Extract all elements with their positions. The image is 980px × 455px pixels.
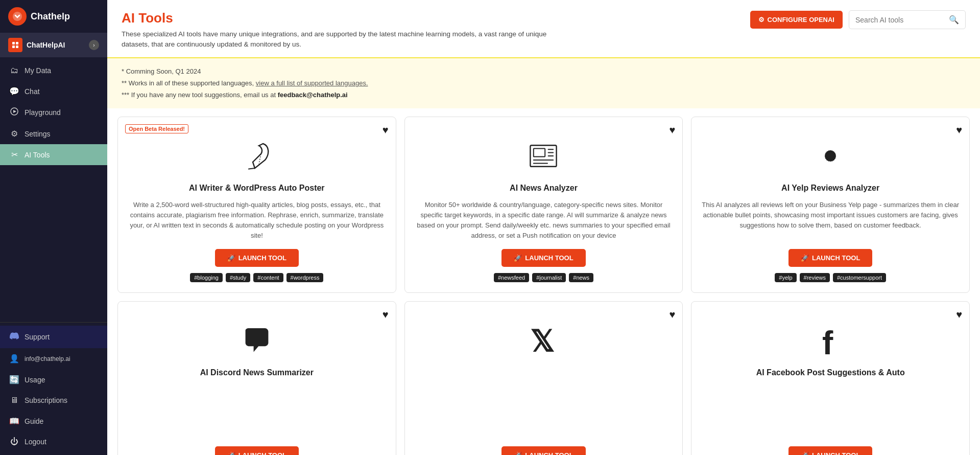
- info-banner: * Comming Soon, Q1 2024 ** Works in all …: [107, 57, 980, 108]
- facebook-icon: f: [814, 324, 847, 362]
- svg-rect-7: [534, 148, 545, 156]
- launch-tool-button-facebook[interactable]: 🚀 LAUNCH TOOL: [788, 446, 872, 455]
- tag: #wordpress: [286, 273, 324, 282]
- logo-text: Chathelp: [31, 11, 70, 22]
- search-input[interactable]: [855, 16, 945, 24]
- cards-area: Open Beta Released! ♥ AI Writer & WordPr…: [107, 108, 980, 455]
- sidebar-email-label: info@chathelp.ai: [25, 355, 70, 362]
- guide-icon: 📖: [9, 416, 19, 426]
- card-tags: #blogging #study #content #wordpress: [190, 273, 323, 282]
- tag: #yelp: [775, 273, 796, 282]
- favorite-heart-icon[interactable]: ♥: [956, 124, 962, 136]
- card-ai-discord: ♥ AI Discord News Summarizer 🚀 LAUNCH TO…: [117, 301, 396, 455]
- sidebar-item-logout[interactable]: ⏻ Logout: [0, 431, 107, 452]
- launch-tool-button-discord[interactable]: 🚀 LAUNCH TOOL: [215, 446, 299, 455]
- launch-icon: 🚀: [514, 254, 522, 262]
- support-label: Support: [25, 333, 50, 341]
- chat-nav-icon: 💬: [9, 86, 19, 96]
- favorite-heart-icon[interactable]: ♥: [383, 124, 389, 136]
- favorite-heart-icon[interactable]: ♥: [956, 309, 962, 321]
- sidebar-item-support[interactable]: Support: [0, 326, 107, 348]
- card-ai-writer: Open Beta Released! ♥ AI Writer & WordPr…: [117, 117, 396, 293]
- sidebar-item-label: Chat: [25, 87, 40, 96]
- card-desc: This AI analyzes all reviews left on you…: [702, 200, 959, 241]
- tag: #reviews: [800, 273, 830, 282]
- favorite-heart-icon[interactable]: ♥: [383, 309, 389, 321]
- yelp-icon: [814, 140, 847, 177]
- sidebar-item-email[interactable]: 👤 info@chathelp.ai: [0, 348, 107, 369]
- svg-marker-5: [13, 110, 16, 113]
- sidebar-item-usage[interactable]: 🔄 Usage: [0, 369, 107, 390]
- card-ai-facebook: ♥ f AI Facebook Post Suggestions & Auto …: [691, 301, 970, 455]
- tag: #content: [253, 273, 283, 282]
- banner-line2: ** Works in all of these supported langu…: [122, 77, 966, 89]
- sidebar-item-label: Playground: [25, 108, 61, 117]
- sidebar-item-settings[interactable]: ⚙ Settings: [0, 123, 107, 144]
- ai-tools-icon: ✂: [9, 150, 19, 160]
- card-ai-yelp: ♥: [691, 117, 970, 293]
- svg-point-22: [827, 152, 834, 159]
- launch-icon: 🚀: [514, 451, 522, 455]
- card-desc: Monitor 50+ worldwide & country/language…: [415, 200, 673, 241]
- page-title: AI Tools: [122, 10, 566, 26]
- svg-text:f: f: [822, 325, 833, 357]
- tag: #journalist: [532, 273, 566, 282]
- card-tags: #newsfeed #journalist #news: [494, 273, 593, 282]
- svg-rect-2: [12, 46, 15, 48]
- card-ai-news: ♥ AI News Analyzer Monitor 50+ worldwide…: [404, 117, 683, 293]
- launch-tool-button-writer[interactable]: 🚀 LAUNCH TOOL: [215, 249, 299, 267]
- favorite-heart-icon[interactable]: ♥: [669, 309, 675, 321]
- sidebar-nav: 🗂 My Data 💬 Chat Playground ⚙ Settings ✂…: [0, 57, 107, 322]
- launch-tool-button-twitter[interactable]: 🚀 LAUNCH TOOL: [501, 446, 585, 455]
- sidebar-logout-label: Logout: [25, 438, 46, 446]
- search-icon: 🔍: [949, 15, 959, 25]
- card-title: AI News Analyzer: [510, 184, 578, 193]
- chathelp-ai-icon: [8, 38, 22, 52]
- feather-icon: [241, 140, 273, 177]
- logout-icon: ⏻: [9, 437, 19, 446]
- card-title: AI Discord News Summarizer: [200, 368, 314, 377]
- my-data-icon: 🗂: [9, 66, 19, 75]
- support-icon: [9, 331, 19, 343]
- chathelp-ai-arrow: ›: [89, 40, 99, 50]
- sidebar-usage-label: Usage: [25, 376, 45, 384]
- banner-line3: *** If you have any new tool suggestions…: [122, 89, 966, 101]
- tag: #news: [569, 273, 593, 282]
- launch-icon: 🚀: [227, 451, 235, 455]
- header-top-row: AI Tools These specialized AI tools have…: [122, 10, 966, 50]
- card-title: AI Yelp Reviews Analyzer: [781, 184, 879, 193]
- sidebar-item-guide[interactable]: 📖 Guide: [0, 411, 107, 431]
- tag: #study: [226, 273, 250, 282]
- supported-languages-link[interactable]: view a full list of supported languages.: [256, 79, 368, 87]
- sidebar-item-label: AI Tools: [25, 151, 50, 159]
- header-actions: ⚙ CONFIGURE OPENAI 🔍: [750, 10, 966, 29]
- favorite-heart-icon[interactable]: ♥: [669, 124, 675, 136]
- email-icon: 👤: [9, 354, 19, 363]
- search-ai-tools-box[interactable]: 🔍: [849, 10, 966, 29]
- feedback-email: feedback@chathelp.ai: [278, 91, 348, 99]
- tag: #newsfeed: [494, 273, 529, 282]
- logo-icon: [8, 7, 27, 26]
- configure-openai-button[interactable]: ⚙ CONFIGURE OPENAI: [750, 11, 843, 29]
- sidebar-subscriptions-label: Subscriptions: [25, 396, 67, 404]
- sidebar-item-subscriptions[interactable]: 🖥 Subscriptions: [0, 390, 107, 411]
- banner-line1: * Comming Soon, Q1 2024: [122, 65, 966, 77]
- sidebar-bottom: Support 👤 info@chathelp.ai 🔄 Usage 🖥 Sub…: [0, 322, 107, 455]
- svg-rect-0: [12, 42, 15, 44]
- sidebar-item-chat[interactable]: 💬 Chat: [0, 81, 107, 102]
- page-header: AI Tools These specialized AI tools have…: [107, 0, 980, 50]
- sidebar-item-ai-tools[interactable]: ✂ AI Tools: [0, 144, 107, 165]
- newspaper-icon: [527, 140, 560, 177]
- launch-tool-button-yelp[interactable]: 🚀 LAUNCH TOOL: [788, 249, 872, 267]
- configure-gear-icon: ⚙: [758, 16, 764, 24]
- header-title-section: AI Tools These specialized AI tools have…: [122, 10, 566, 50]
- x-twitter-icon: 𝕏: [527, 324, 560, 362]
- main-content: AI Tools These specialized AI tools have…: [107, 0, 980, 455]
- svg-text:𝕏: 𝕏: [531, 326, 555, 357]
- subscriptions-icon: 🖥: [9, 396, 19, 405]
- launch-tool-button-news[interactable]: 🚀 LAUNCH TOOL: [501, 249, 585, 267]
- sidebar-item-my-data[interactable]: 🗂 My Data: [0, 60, 107, 81]
- sidebar-guide-label: Guide: [25, 417, 43, 425]
- sidebar-item-playground[interactable]: Playground: [0, 102, 107, 123]
- chathelp-ai-item[interactable]: ChatHelpAI ›: [0, 33, 107, 57]
